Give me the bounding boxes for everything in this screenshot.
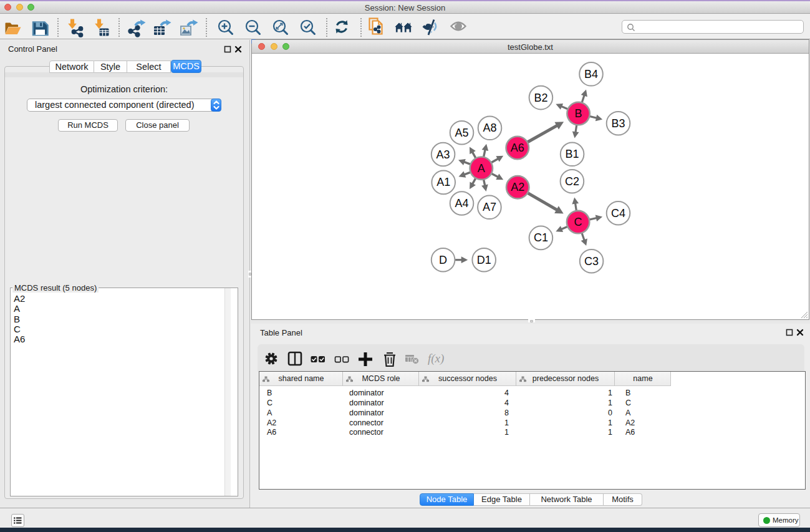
svg-text:B2: B2 bbox=[534, 92, 547, 104]
svg-text:C: C bbox=[574, 216, 582, 228]
svg-text:A1: A1 bbox=[436, 176, 450, 188]
svg-text:A7: A7 bbox=[483, 201, 496, 213]
svg-text:D: D bbox=[439, 254, 447, 266]
svg-text:A5: A5 bbox=[455, 127, 468, 139]
svg-text:C2: C2 bbox=[565, 175, 579, 188]
svg-text:C1: C1 bbox=[534, 231, 548, 244]
svg-text:A: A bbox=[478, 162, 485, 175]
svg-text:B4: B4 bbox=[584, 68, 598, 80]
svg-text:B: B bbox=[575, 107, 582, 120]
svg-text:A4: A4 bbox=[455, 197, 468, 210]
svg-text:B1: B1 bbox=[566, 148, 579, 160]
svg-text:B3: B3 bbox=[611, 117, 625, 130]
svg-text:A3: A3 bbox=[436, 148, 450, 161]
svg-text:D1: D1 bbox=[477, 254, 491, 266]
svg-text:A6: A6 bbox=[511, 142, 524, 154]
svg-text:A8: A8 bbox=[483, 122, 496, 134]
svg-text:C3: C3 bbox=[584, 255, 599, 268]
svg-text:C4: C4 bbox=[611, 207, 625, 220]
svg-text:A2: A2 bbox=[511, 181, 524, 193]
